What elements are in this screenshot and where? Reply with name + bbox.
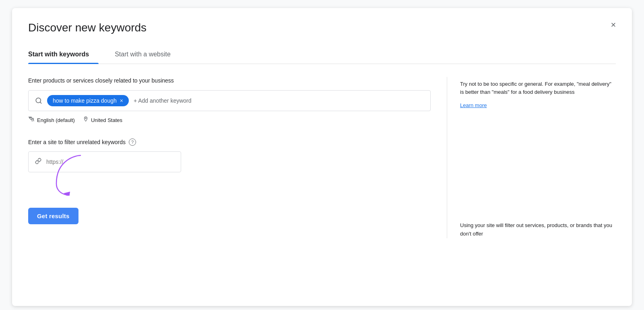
language-selector[interactable]: English (default) [28, 116, 75, 124]
language-location-row: English (default) United States [28, 116, 431, 124]
svg-point-2 [85, 118, 86, 119]
site-input[interactable] [46, 159, 174, 165]
keyword-section-label: Enter products or services closely relat… [28, 77, 431, 85]
keyword-input-area[interactable]: how to make pizza dough × + Add another … [28, 90, 431, 111]
right-panel: Try not to be too specific or general. F… [447, 77, 616, 238]
add-keyword-placeholder[interactable]: + Add another keyword [134, 97, 424, 104]
link-icon [35, 158, 41, 166]
location-icon [83, 116, 89, 124]
help-icon[interactable]: ? [129, 138, 136, 146]
learn-more-link[interactable]: Learn more [460, 102, 487, 108]
close-button[interactable]: × [606, 18, 621, 32]
site-filter-label-row: Enter a site to filter unrelated keyword… [28, 138, 431, 146]
site-tip-area: Using your site will filter out services… [460, 221, 616, 238]
tab-start-keywords[interactable]: Start with keywords [28, 46, 99, 64]
language-label: English (default) [37, 117, 75, 123]
site-filter-label-text: Enter a site to filter unrelated keyword… [28, 139, 126, 145]
language-icon [28, 116, 35, 124]
svg-marker-3 [64, 192, 70, 196]
search-icon [35, 97, 42, 104]
chip-text: how to make pizza dough [53, 97, 117, 104]
svg-line-1 [40, 102, 41, 103]
site-input-area[interactable] [28, 151, 181, 172]
keyword-tip-text: Try not to be too specific or general. F… [460, 80, 616, 97]
modal-title: Discover new keywords [28, 21, 616, 35]
get-results-button[interactable]: Get results [28, 208, 78, 224]
main-content: Enter products or services closely relat… [28, 77, 616, 238]
discover-keywords-modal: × Discover new keywords Start with keywo… [12, 8, 632, 306]
chip-remove-button[interactable]: × [120, 98, 123, 103]
tab-bar: Start with keywords Start with a website [28, 46, 616, 64]
site-tip-text: Using your site will filter out services… [460, 221, 616, 238]
location-label: United States [91, 117, 122, 123]
left-panel: Enter products or services closely relat… [28, 77, 447, 238]
location-selector[interactable]: United States [83, 116, 122, 124]
keyword-chip: how to make pizza dough × [47, 95, 129, 106]
tab-start-website[interactable]: Start with a website [115, 46, 180, 64]
